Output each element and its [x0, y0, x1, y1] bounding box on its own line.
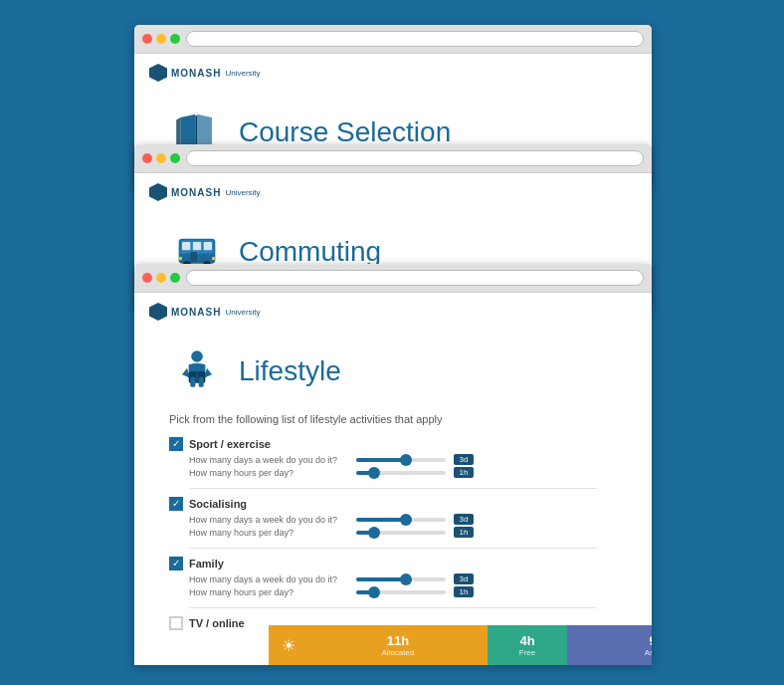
sport-label: Sport / exercise — [189, 438, 271, 450]
social-hours-row: How many hours per day? 1h — [189, 527, 617, 538]
social-days-row: How many days a week do you do it? 3d — [189, 514, 617, 525]
activity-sport: ✓ Sport / exercise How many days a week … — [169, 437, 617, 478]
sport-hours-thumb — [368, 467, 380, 479]
sport-days-value: 3d — [454, 454, 474, 465]
svg-rect-16 — [198, 376, 203, 386]
social-hours-track[interactable] — [356, 531, 446, 535]
social-days-value: 3d — [454, 514, 474, 525]
lifestyle-content: Pick from the following list of lifestyl… — [149, 413, 637, 650]
traffic-light-red-1[interactable] — [142, 34, 152, 44]
free-segment: 4h Free — [488, 625, 567, 665]
family-days-track[interactable] — [356, 577, 446, 581]
sun-segment: ☀ — [269, 625, 308, 665]
traffic-light-red-3[interactable] — [142, 273, 152, 283]
sport-days-row: How many days a week do you do it? 3d — [189, 454, 617, 465]
tv-checkbox[interactable] — [169, 616, 183, 630]
browser-chrome-2 — [134, 144, 652, 173]
monash-university-3: University — [225, 308, 260, 317]
traffic-lights-3 — [142, 273, 180, 283]
monash-logo-2: MONASH University — [149, 183, 637, 201]
sport-hours-row: How many hours per day? 1h — [189, 467, 617, 478]
sport-check-mark: ✓ — [172, 439, 180, 449]
family-hours-value: 1h — [454, 586, 474, 597]
social-hours-label: How many hours per day? — [189, 528, 348, 538]
family-hours-label: How many hours per day? — [189, 587, 348, 597]
address-bar-1[interactable] — [186, 31, 644, 47]
traffic-light-green-2[interactable] — [170, 153, 180, 163]
lifestyle-title: Lifestyle — [239, 355, 341, 387]
svg-rect-5 — [190, 252, 197, 262]
svg-rect-15 — [190, 376, 195, 386]
social-check-mark: ✓ — [172, 499, 180, 509]
family-hours-thumb — [368, 586, 380, 598]
family-header: ✓ Family — [169, 557, 617, 571]
family-days-label: How many days a week do you do it? — [189, 574, 348, 584]
svg-rect-10 — [178, 257, 181, 260]
monash-shield-icon-1 — [149, 64, 167, 82]
traffic-light-yellow-3[interactable] — [156, 273, 166, 283]
family-days-fill — [356, 577, 406, 581]
svg-rect-3 — [192, 242, 200, 250]
svg-rect-2 — [182, 242, 190, 250]
traffic-light-green-3[interactable] — [170, 273, 180, 283]
course-selection-title: Course Selection — [239, 116, 451, 148]
lifestyle-svg — [172, 346, 222, 396]
activity-family: ✓ Family How many days a week do you do … — [169, 557, 617, 597]
social-days-label: How many days a week do you do it? — [189, 515, 348, 525]
svg-rect-4 — [203, 242, 211, 250]
sport-days-fill — [356, 458, 406, 462]
social-days-thumb — [400, 514, 412, 526]
divider-2 — [189, 548, 597, 549]
traffic-light-red-2[interactable] — [142, 153, 152, 163]
monash-shield-icon-2 — [149, 183, 167, 201]
monash-university-1: University — [225, 69, 260, 78]
monash-shield-icon-3 — [149, 303, 167, 321]
allocated-segment: 11h Allocated — [308, 625, 488, 665]
bottom-bar: ☀ 11h Allocated 4h Free 9h Asleep 🌙 — [269, 625, 652, 665]
sport-checkbox[interactable]: ✓ — [169, 437, 183, 451]
tv-label: TV / online — [189, 617, 245, 629]
commuting-title: Commuting — [239, 236, 381, 268]
address-bar-3[interactable] — [186, 270, 644, 286]
family-checkbox[interactable]: ✓ — [169, 557, 183, 571]
sport-header: ✓ Sport / exercise — [169, 437, 617, 451]
lifestyle-subtitle: Pick from the following list of lifestyl… — [169, 413, 617, 425]
monash-logo-3: MONASH University — [149, 303, 637, 321]
allocated-label: Allocated — [382, 648, 415, 657]
address-bar-2[interactable] — [186, 150, 644, 166]
sport-hours-label: How many hours per day? — [189, 468, 348, 478]
divider-1 — [189, 488, 597, 489]
browser-chrome-1 — [134, 25, 652, 54]
sport-hours-track[interactable] — [356, 471, 446, 475]
monash-text-2: MONASH — [171, 187, 221, 198]
monash-logo-1: MONASH University — [149, 64, 637, 82]
traffic-light-green-1[interactable] — [170, 34, 180, 44]
social-checkbox[interactable]: ✓ — [169, 497, 183, 511]
social-days-track[interactable] — [356, 518, 446, 522]
monash-text-3: MONASH — [171, 307, 221, 318]
social-days-fill — [356, 518, 406, 522]
asleep-segment: 9h Asleep — [567, 625, 652, 665]
browser-chrome-3 — [134, 264, 652, 293]
family-hours-track[interactable] — [356, 590, 446, 594]
traffic-light-yellow-1[interactable] — [156, 34, 166, 44]
lifestyle-icon — [169, 343, 224, 398]
social-header: ✓ Socialising — [169, 497, 617, 511]
window-lifestyle: MONASH University — [134, 264, 652, 665]
svg-rect-11 — [212, 257, 215, 260]
asleep-value: 9h — [649, 634, 652, 647]
browser-content-3: MONASH University — [134, 293, 652, 665]
family-days-value: 3d — [454, 573, 474, 584]
sport-days-thumb — [400, 454, 412, 466]
traffic-lights-2 — [142, 153, 180, 163]
traffic-light-yellow-2[interactable] — [156, 153, 166, 163]
family-check-mark: ✓ — [172, 559, 180, 569]
svg-point-12 — [191, 350, 203, 362]
monash-university-2: University — [225, 188, 260, 197]
page-wrapper: MONASH University Course Selection — [0, 0, 784, 685]
asleep-label: Asleep — [645, 648, 652, 657]
sport-days-track[interactable] — [356, 458, 446, 462]
traffic-lights-1 — [142, 34, 180, 44]
activity-socialising: ✓ Socialising How many days a week do yo… — [169, 497, 617, 538]
family-label: Family — [189, 558, 224, 570]
